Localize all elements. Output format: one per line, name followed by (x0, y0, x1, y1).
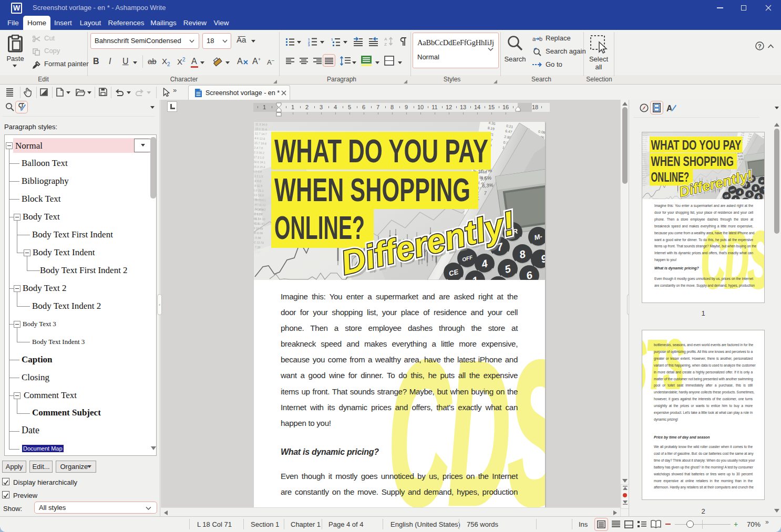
svg-text:2.61 9.98: 2.61 9.98 (254, 236, 261, 239)
svg-text:11.3 14.0: 11.3 14.0 (255, 122, 268, 126)
svg-text:WHAT DO YOU PAY: WHAT DO YOU PAY (274, 132, 488, 169)
svg-text:1: 1 (331, 38, 333, 41)
svg-text:A: A (384, 37, 387, 41)
svg-text:3.54 7.39: 3.54 7.39 (254, 245, 261, 249)
svg-text:9,5%: 9,5% (480, 175, 492, 182)
svg-text:0.02 6.29: 0.02 6.29 (254, 212, 262, 216)
svg-text:4.6 12.8: 4.6 12.8 (254, 137, 265, 140)
svg-text:23.1 11.6: 23.1 11.6 (255, 127, 267, 131)
svg-text:11.0 21.1: 11.0 21.1 (254, 189, 264, 192)
svg-text:15.7 19.8: 15.7 19.8 (254, 141, 266, 145)
svg-text:16.3 15.4: 16.3 15.4 (254, 165, 265, 169)
svg-text:2.3 20.2: 2.3 20.2 (254, 151, 264, 154)
svg-text:13.2 1.5: 13.2 1.5 (254, 174, 263, 178)
svg-text:6,3%: 6,3% (481, 182, 494, 189)
svg-text:WHEN SHOPPING: WHEN SHOPPING (274, 171, 470, 208)
svg-text:28.92 22.74: 28.92 22.74 (254, 241, 264, 245)
svg-text:0.8 11.6: 0.8 11.6 (254, 184, 262, 187)
svg-text:3.9 0.4: 3.9 0.4 (254, 170, 262, 173)
svg-text:4.8 6.0: 4.8 6.0 (254, 179, 261, 183)
svg-text:2.4 7.6: 2.4 7.6 (254, 146, 263, 150)
svg-text:3: 3 (308, 44, 310, 46)
svg-text:?: ? (758, 43, 762, 49)
svg-text:24.6 24.1: 24.6 24.1 (254, 160, 265, 164)
svg-text:a: a (532, 36, 536, 42)
svg-text:Z: Z (384, 42, 387, 46)
svg-text:ONLINE?: ONLINE? (274, 209, 365, 246)
svg-text:b: b (539, 36, 542, 42)
svg-text:29.41 11.92: 29.41 11.92 (254, 222, 265, 225)
svg-text:13.0 16.0: 13.0 16.0 (254, 193, 264, 197)
svg-text:17.3 1.0: 17.3 1.0 (254, 155, 264, 159)
svg-text:27.31 14.10: 27.31 14.10 (254, 217, 265, 221)
svg-text:12.7 14.7: 12.7 14.7 (255, 132, 267, 135)
svg-text:A: A (237, 57, 243, 66)
